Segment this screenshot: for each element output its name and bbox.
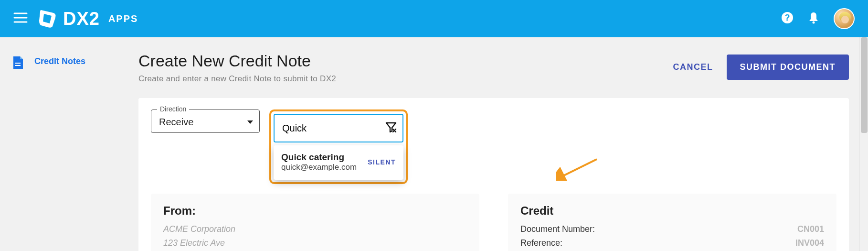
- topbar-actions: ?: [781, 8, 855, 29]
- direction-select[interactable]: Direction Receive: [151, 109, 260, 133]
- heading-actions: CANCEL SUBMIT DOCUMENT: [673, 55, 849, 80]
- from-company: ACME Corporation: [163, 224, 235, 234]
- suggestion-badge: SILENT: [368, 158, 396, 166]
- from-panel: From: ACME Corporation 123 Electric Ave: [151, 194, 479, 251]
- page-body: Credit Notes Create New Credit Note Crea…: [0, 37, 868, 251]
- from-title: From:: [163, 204, 467, 218]
- credit-row-reference: Reference: INV004: [520, 238, 824, 248]
- chevron-down-icon[interactable]: [247, 118, 254, 127]
- credit-notes-link[interactable]: Credit Notes: [34, 56, 85, 66]
- top-bar: DX2 APPS ?: [0, 0, 868, 37]
- credit-panel: Credit Document Number: CN001 Reference:…: [508, 194, 836, 251]
- from-address1: 123 Electric Ave: [163, 238, 225, 248]
- heading-row: Create New Credit Note Create and enter …: [138, 52, 849, 84]
- vertical-scrollbar[interactable]: [859, 37, 868, 251]
- svg-rect-7: [15, 65, 21, 66]
- page-subtitle: Create and enter a new Credit Note to su…: [138, 74, 673, 84]
- help-icon[interactable]: ?: [781, 11, 794, 26]
- brand-logo-icon: [39, 9, 56, 28]
- side-column: Credit Notes: [0, 52, 138, 251]
- brand-name: DX2: [63, 9, 100, 29]
- suggestion-email: quick@example.com: [281, 163, 357, 172]
- credit-label-docnum: Document Number:: [520, 224, 595, 234]
- direction-label: Direction: [157, 105, 189, 113]
- direction-value: Receive: [159, 117, 193, 128]
- credit-row-docnum: Document Number: CN001: [520, 224, 824, 234]
- partner-search-highlight: Quick catering quick@example.com SILENT: [269, 109, 408, 184]
- credit-label-reference: Reference:: [520, 238, 562, 248]
- partner-suggestion-item[interactable]: Quick catering quick@example.com SILENT: [274, 145, 403, 180]
- submit-document-button[interactable]: SUBMIT DOCUMENT: [727, 55, 849, 80]
- partner-search-field[interactable]: [274, 114, 403, 142]
- brand-subtitle: APPS: [108, 13, 138, 24]
- credit-value-docnum: CN001: [797, 224, 824, 234]
- info-row: From: ACME Corporation 123 Electric Ave …: [151, 194, 836, 251]
- credit-title: Credit: [520, 204, 824, 218]
- form-card: Direction Receive: [138, 98, 849, 251]
- scrollbar-thumb[interactable]: [861, 37, 868, 133]
- credit-notes-icon: [12, 56, 24, 71]
- svg-text:?: ?: [785, 13, 790, 22]
- credit-value-reference: INV004: [795, 238, 824, 248]
- partner-search-input[interactable]: [282, 123, 373, 134]
- user-avatar[interactable]: [834, 8, 855, 29]
- suggestion-name: Quick catering: [281, 152, 357, 163]
- main-column: Create New Credit Note Create and enter …: [138, 52, 868, 251]
- svg-point-5: [813, 22, 815, 24]
- notifications-bell-icon[interactable]: [808, 11, 819, 26]
- brand-block: DX2 APPS: [39, 9, 138, 29]
- hamburger-menu-icon[interactable]: [13, 12, 28, 25]
- svg-rect-6: [15, 63, 21, 64]
- page-title: Create New Credit Note: [138, 52, 673, 70]
- cancel-button[interactable]: CANCEL: [673, 62, 713, 72]
- clear-filter-icon[interactable]: [385, 121, 397, 135]
